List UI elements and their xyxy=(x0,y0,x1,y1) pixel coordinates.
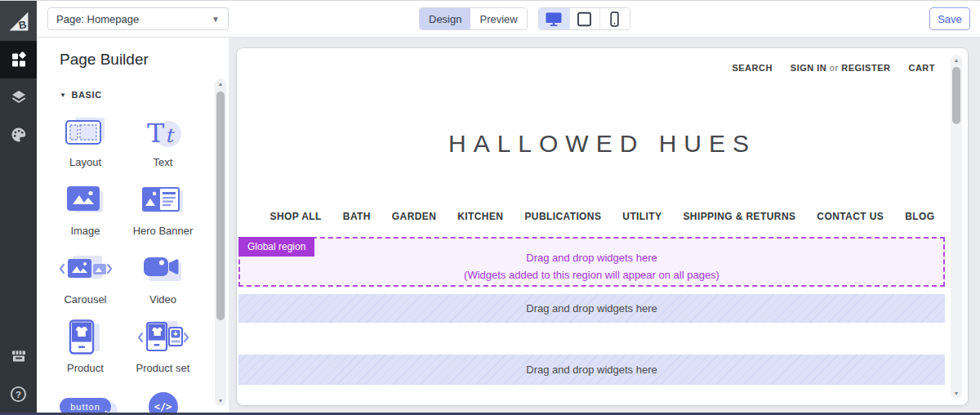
design-preview-toggle: Design Preview xyxy=(419,7,528,30)
design-tab[interactable]: Design xyxy=(420,8,470,29)
nav-item-bath[interactable]: BATH xyxy=(343,211,371,222)
sign-in-link[interactable]: SIGN IN xyxy=(791,63,826,73)
widget-grid: Layout T t Text xyxy=(47,113,229,413)
nav-item-publications[interactable]: PUBLICATIONS xyxy=(524,211,601,222)
storefront-utility-nav: SEARCH SIGN IN or REGISTER CART xyxy=(732,63,935,73)
image-widget-icon xyxy=(66,181,105,221)
widget-tile-label: Image xyxy=(70,225,100,237)
nav-item-contact-us[interactable]: CONTACT US xyxy=(817,211,884,222)
view-controls: Design Preview xyxy=(419,7,630,30)
page-builder-panel: Page Builder ▼ BASIC Layout xyxy=(37,38,229,413)
html-code-widget-icon: </> xyxy=(149,387,178,413)
carousel-widget-icon xyxy=(58,250,114,289)
scroll-down-icon[interactable]: ▼ xyxy=(215,398,226,404)
canvas-scrollbar-thumb[interactable] xyxy=(952,67,960,124)
scroll-up-icon[interactable]: ▲ xyxy=(215,81,226,87)
bigcommerce-logo-icon: B xyxy=(8,11,29,32)
sidebar-item-layers[interactable] xyxy=(0,78,37,116)
button-widget-icon: button xyxy=(60,387,111,413)
desktop-view-button[interactable] xyxy=(539,8,569,29)
search-link[interactable]: SEARCH xyxy=(732,63,772,73)
page-select[interactable]: Page: Homepage ▼ xyxy=(47,7,229,30)
widget-tile-button[interactable]: button xyxy=(48,387,123,413)
global-region-hint-line2: (Widgets added to this region will appea… xyxy=(240,266,943,283)
widgets-icon xyxy=(11,51,27,68)
widget-tile-product-set[interactable]: Product set xyxy=(126,319,201,374)
sidebar-item-theme[interactable] xyxy=(0,116,37,154)
widget-tile-html[interactable]: </> xyxy=(126,387,201,413)
panel-scrollbar[interactable]: ▲ ▼ xyxy=(215,78,226,406)
product-set-widget-icon xyxy=(136,319,191,358)
nav-item-utility[interactable]: UTILITY xyxy=(622,211,662,222)
design-stage: SEARCH SIGN IN or REGISTER CART HALLOWED… xyxy=(229,38,980,413)
tablet-view-button[interactable] xyxy=(569,8,599,29)
chevron-down-icon: ▼ xyxy=(212,15,220,24)
app-rail: B xyxy=(0,1,37,413)
widget-tile-label: Product set xyxy=(136,362,190,374)
widget-tile-label: Layout xyxy=(69,156,101,168)
global-region-hint: Drag and drop widgets here (Widgets adde… xyxy=(240,239,943,283)
or-text: or xyxy=(830,63,839,73)
sidebar-item-widgets[interactable] xyxy=(0,41,37,78)
text-widget-icon: T t xyxy=(144,113,183,152)
scroll-down-icon[interactable]: ▼ xyxy=(951,390,962,396)
mobile-view-button[interactable] xyxy=(599,8,630,29)
video-widget-icon xyxy=(141,250,185,289)
canvas-scrollbar[interactable]: ▲ ▼ xyxy=(951,55,962,399)
svg-text:?: ? xyxy=(16,389,21,399)
top-toolbar: Page: Homepage ▼ Design Preview xyxy=(37,1,980,38)
help-icon: ? xyxy=(10,386,27,403)
nav-item-garden[interactable]: GARDEN xyxy=(392,211,436,222)
widget-dropzone-1[interactable]: Drag and drop widgets here xyxy=(238,294,945,323)
widget-tile-label: Carousel xyxy=(64,293,106,306)
rail-spacer xyxy=(0,154,37,337)
section-label: BASIC xyxy=(72,90,102,100)
nav-item-blog[interactable]: BLOG xyxy=(905,211,934,222)
cart-link[interactable]: CART xyxy=(908,63,935,73)
section-collapse-icon: ▼ xyxy=(60,91,67,99)
widget-tile-product[interactable]: Product xyxy=(48,319,123,374)
nav-item-shipping-returns[interactable]: SHIPPING & RETURNS xyxy=(683,211,795,222)
hero-banner-widget-icon xyxy=(141,181,185,221)
bigcommerce-logo[interactable]: B xyxy=(0,1,37,41)
device-switcher xyxy=(538,7,630,30)
register-link[interactable]: REGISTER xyxy=(841,63,890,73)
nav-item-kitchen[interactable]: KITCHEN xyxy=(457,211,503,222)
palette-icon xyxy=(11,127,27,143)
dropzone-hint: Drag and drop widgets here xyxy=(526,364,657,376)
global-region-dropzone[interactable]: Global region Drag and drop widgets here… xyxy=(238,237,945,287)
store-logo-text[interactable]: HALLOWED HUES xyxy=(237,130,968,158)
widget-tile-text[interactable]: T t Text xyxy=(126,113,201,168)
widget-tile-layout[interactable]: Layout xyxy=(48,113,123,168)
panel-title: Page Builder xyxy=(60,51,229,69)
basic-section-header[interactable]: ▼ BASIC xyxy=(60,90,229,100)
widget-tile-hero-banner[interactable]: Hero Banner xyxy=(126,181,201,237)
scroll-up-icon[interactable]: ▲ xyxy=(951,57,962,63)
preview-tab[interactable]: Preview xyxy=(470,8,526,29)
storefront-canvas: SEARCH SIGN IN or REGISTER CART HALLOWED… xyxy=(237,48,968,405)
widget-dropzone-2[interactable]: Drag and drop widgets here xyxy=(238,355,945,385)
widget-tile-image[interactable]: Image xyxy=(48,181,123,237)
mobile-icon xyxy=(607,11,622,27)
content-area: Page Builder ▼ BASIC Layout xyxy=(37,38,980,413)
widget-tile-video[interactable]: Video xyxy=(126,250,201,306)
widget-tile-carousel[interactable]: Carousel xyxy=(48,250,123,306)
save-button[interactable]: Save xyxy=(929,7,970,30)
storefront-icon xyxy=(11,348,27,364)
dropzone-hint: Drag and drop widgets here xyxy=(526,302,657,315)
sidebar-item-storefront[interactable] xyxy=(0,337,37,375)
sidebar-item-help[interactable]: ? xyxy=(0,375,37,413)
nav-item-shop-all[interactable]: SHOP ALL xyxy=(270,211,322,222)
button-pill: button xyxy=(60,398,111,413)
global-region-badge: Global region xyxy=(238,237,314,257)
panel-scrollbar-thumb[interactable] xyxy=(216,91,225,320)
layout-widget-icon xyxy=(65,113,106,152)
widget-tile-label: Video xyxy=(149,293,176,306)
account-links: SIGN IN or REGISTER xyxy=(791,63,891,73)
svg-text:T: T xyxy=(147,118,165,149)
tablet-icon xyxy=(577,11,592,27)
product-widget-icon xyxy=(69,319,103,358)
layers-icon xyxy=(11,89,27,105)
desktop-icon xyxy=(545,11,563,27)
storefront-nav: SHOP ALL BATH GARDEN KITCHEN PUBLICATION… xyxy=(237,211,968,222)
